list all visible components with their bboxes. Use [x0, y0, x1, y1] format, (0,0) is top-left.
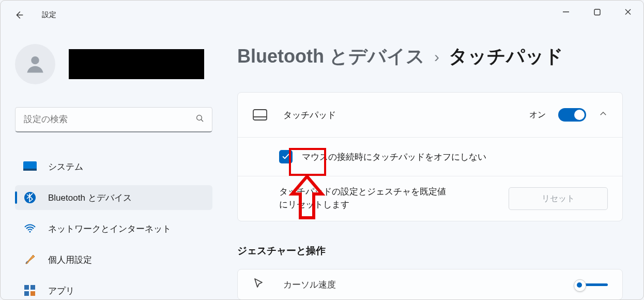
user-name-redacted — [69, 49, 204, 79]
cursor-speed-label: カーソル速度 — [283, 279, 336, 291]
settings-window: 設定 システム — [0, 0, 644, 300]
touchpad-card: タッチパッド オン マウスの接続時にタッチパッドをオフにしない — [237, 92, 623, 221]
svg-rect-10 — [30, 291, 35, 296]
sidebar-item-network[interactable]: ネットワークとインターネット — [15, 216, 212, 241]
touchpad-icon — [252, 109, 268, 121]
svg-point-6 — [29, 231, 30, 232]
page-title: タッチパッド — [449, 44, 563, 69]
search-box[interactable] — [15, 107, 212, 132]
system-icon — [23, 160, 37, 173]
person-icon — [24, 53, 47, 76]
svg-point-2 — [197, 115, 202, 121]
touchpad-toggle-row[interactable]: タッチパッド オン — [238, 93, 622, 137]
apps-icon — [23, 284, 37, 297]
chevron-right-icon: › — [434, 48, 439, 66]
sidebar: システム Bluetooth とデバイス ネットワークとインターネット — [1, 29, 227, 299]
reset-description: タッチパッドの設定とジェスチャを既定値にリセットします — [279, 186, 450, 211]
svg-rect-9 — [24, 291, 29, 296]
avatar[interactable] — [15, 44, 55, 84]
sidebar-item-label: システム — [48, 161, 83, 173]
reset-row: タッチパッドの設定とジェスチャを既定値にリセットします リセット — [238, 176, 622, 221]
paintbrush-icon — [23, 253, 37, 266]
user-block — [15, 44, 212, 84]
gestures-section-title: ジェスチャーと操作 — [237, 244, 623, 258]
sidebar-item-label: ネットワークとインターネット — [48, 223, 171, 235]
svg-rect-11 — [253, 110, 267, 120]
cursor-icon — [252, 277, 268, 292]
arrow-left-icon — [13, 9, 25, 21]
cursor-speed-slider[interactable] — [579, 283, 608, 286]
touchpad-state-label: オン — [529, 110, 546, 121]
content: Bluetooth とデバイス › タッチパッド タッチパッド オン — [227, 29, 643, 299]
touchpad-title: タッチパッド — [283, 109, 529, 121]
breadcrumb: Bluetooth とデバイス › タッチパッド — [237, 44, 623, 69]
search-icon — [195, 114, 205, 125]
reset-button[interactable]: リセット — [509, 187, 608, 210]
keep-touchpad-on-checkbox[interactable] — [279, 150, 293, 163]
breadcrumb-parent[interactable]: Bluetooth とデバイス — [237, 44, 425, 69]
svg-rect-8 — [30, 285, 35, 290]
sidebar-item-label: Bluetooth とデバイス — [48, 192, 132, 204]
svg-point-1 — [31, 56, 39, 64]
sidebar-item-bluetooth-devices[interactable]: Bluetooth とデバイス — [15, 185, 212, 210]
minimize-icon — [562, 8, 570, 16]
sidebar-item-label: 個人用設定 — [48, 254, 92, 266]
sidebar-item-label: アプリ — [48, 285, 74, 297]
back-button[interactable] — [9, 5, 29, 25]
window-controls — [550, 1, 643, 23]
close-icon — [624, 8, 632, 16]
svg-rect-7 — [24, 285, 29, 290]
bluetooth-icon — [23, 191, 37, 204]
search-input[interactable] — [23, 114, 195, 125]
check-icon — [282, 153, 290, 161]
touchpad-toggle[interactable] — [558, 108, 586, 122]
svg-rect-0 — [594, 9, 600, 15]
sidebar-item-system[interactable]: システム — [15, 154, 212, 179]
sidebar-item-apps[interactable]: アプリ — [15, 278, 212, 300]
keep-touchpad-on-row[interactable]: マウスの接続時にタッチパッドをオフにしない — [238, 137, 622, 176]
svg-rect-4 — [23, 169, 37, 171]
cursor-speed-row[interactable]: カーソル速度 — [237, 269, 623, 300]
sidebar-item-personalization[interactable]: 個人用設定 — [15, 247, 212, 272]
wifi-icon — [23, 222, 37, 235]
minimize-button[interactable] — [550, 1, 581, 23]
keep-touchpad-on-label: マウスの接続時にタッチパッドをオフにしない — [302, 151, 486, 163]
app-title: 設定 — [42, 10, 56, 20]
close-button[interactable] — [612, 1, 643, 23]
titlebar: 設定 — [1, 1, 643, 29]
nav: システム Bluetooth とデバイス ネットワークとインターネット — [15, 154, 212, 300]
maximize-icon — [594, 9, 601, 16]
maximize-button[interactable] — [581, 1, 612, 23]
chevron-up-icon[interactable] — [599, 109, 608, 121]
